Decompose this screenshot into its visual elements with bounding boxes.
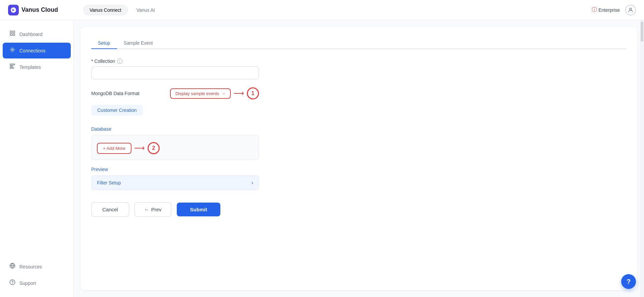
sidebar-item-label: Templates <box>19 65 41 70</box>
sidebar-item-label: Support <box>19 281 36 286</box>
help-button[interactable]: ? <box>621 274 636 289</box>
database-box: + Add More ⟶ 2 <box>91 135 259 160</box>
main-content: Setup Sample Event * Collection i MongoD… <box>74 20 644 297</box>
templates-icon <box>9 63 15 71</box>
database-section: Database + Add More ⟶ 2 <box>91 126 259 160</box>
add-more-button[interactable]: + Add More <box>97 143 131 154</box>
customer-creation-tab[interactable]: Customer Creation <box>91 105 143 116</box>
vanus-connect-pill[interactable]: Vanus Connect <box>83 5 128 15</box>
sidebar-item-templates[interactable]: Templates <box>3 59 71 75</box>
filter-setup-row[interactable]: Filter Setup › <box>91 175 259 190</box>
sidebar-item-label: Dashboard <box>19 32 43 37</box>
svg-rect-2 <box>10 31 12 33</box>
add-more-row: + Add More ⟶ 2 <box>97 142 253 154</box>
preview-section: Preview Filter Setup › <box>91 167 259 190</box>
bottom-actions: Cancel ← Prev Submit <box>91 202 627 217</box>
svg-point-13 <box>12 283 13 284</box>
sidebar-item-label: Resources <box>19 264 42 269</box>
enterprise-label: ⓘ Enterprise <box>592 6 620 13</box>
chevron-right-icon: › <box>252 180 253 186</box>
app-title: Vanus Cloud <box>21 6 58 13</box>
arrow-right-icon: → <box>221 91 225 96</box>
resources-icon <box>9 263 15 270</box>
database-label: Database <box>91 126 259 132</box>
top-nav: Vanus Cloud Vanus Connect Vanus AI ⓘ Ent… <box>0 0 644 20</box>
layout: Dashboard Connections Te <box>0 0 644 297</box>
prev-button[interactable]: ← Prev <box>135 202 171 217</box>
nav-right: ⓘ Enterprise <box>592 5 636 15</box>
event-tabs: Customer Creation <box>91 105 259 121</box>
tab-sample-event[interactable]: Sample Event <box>117 38 160 49</box>
vanus-ai-pill[interactable]: Vanus AI <box>130 5 161 15</box>
svg-rect-8 <box>10 66 13 67</box>
sidebar-bottom-items: Resources Support <box>0 258 73 292</box>
sidebar-main-items: Dashboard Connections Te <box>0 26 73 76</box>
svg-rect-5 <box>13 34 15 36</box>
content-area: Setup Sample Event * Collection i MongoD… <box>80 27 637 290</box>
setup-tabs: Setup Sample Event <box>91 38 627 49</box>
submit-button[interactable]: Submit <box>177 203 221 216</box>
collection-info-icon[interactable]: i <box>117 58 122 64</box>
display-sample-button[interactable]: Display sample events → <box>170 88 231 99</box>
svg-rect-3 <box>13 31 15 33</box>
prev-arrow-icon: ← <box>144 207 149 212</box>
connections-icon <box>9 47 15 54</box>
svg-point-1 <box>630 8 632 10</box>
dashboard-icon <box>9 30 15 38</box>
annotation-circle-1: 1 <box>247 87 259 99</box>
scrollbar <box>640 20 644 297</box>
svg-point-6 <box>12 49 13 51</box>
filter-setup-label: Filter Setup <box>97 180 121 185</box>
mongodb-format-label: MongoDB Data Format <box>91 91 140 96</box>
scrollbar-thumb <box>641 22 643 42</box>
enterprise-icon: ⓘ <box>592 6 597 13</box>
sidebar-item-support[interactable]: Support <box>3 275 71 291</box>
display-sample-annotation: Display sample events → ⟶ 1 <box>170 87 259 99</box>
svg-rect-4 <box>10 34 12 36</box>
collection-label: * Collection i <box>91 58 259 64</box>
collection-group: * Collection i <box>91 58 259 79</box>
svg-rect-7 <box>10 64 15 65</box>
sidebar-item-dashboard[interactable]: Dashboard <box>3 26 71 42</box>
sidebar: Dashboard Connections Te <box>0 20 74 297</box>
tab-setup[interactable]: Setup <box>91 38 117 49</box>
support-icon <box>9 279 15 287</box>
sidebar-item-label: Connections <box>19 48 46 53</box>
logo-area: Vanus Cloud <box>8 5 75 15</box>
sidebar-item-resources[interactable]: Resources <box>3 259 71 274</box>
logo-icon <box>8 5 19 15</box>
nav-pills: Vanus Connect Vanus AI <box>83 5 161 15</box>
red-arrow-2: ⟶ <box>134 144 145 153</box>
mongodb-format-section: MongoDB Data Format Display sample event… <box>91 87 627 190</box>
red-arrow-1: ⟶ <box>233 89 244 98</box>
user-avatar[interactable] <box>625 5 636 15</box>
annotation-circle-2: 2 <box>148 142 160 154</box>
svg-rect-9 <box>10 68 14 69</box>
cancel-button[interactable]: Cancel <box>91 202 129 217</box>
sidebar-item-connections[interactable]: Connections <box>3 43 71 58</box>
format-header: MongoDB Data Format Display sample event… <box>91 87 259 99</box>
collection-input[interactable] <box>91 67 259 79</box>
preview-label: Preview <box>91 167 259 172</box>
